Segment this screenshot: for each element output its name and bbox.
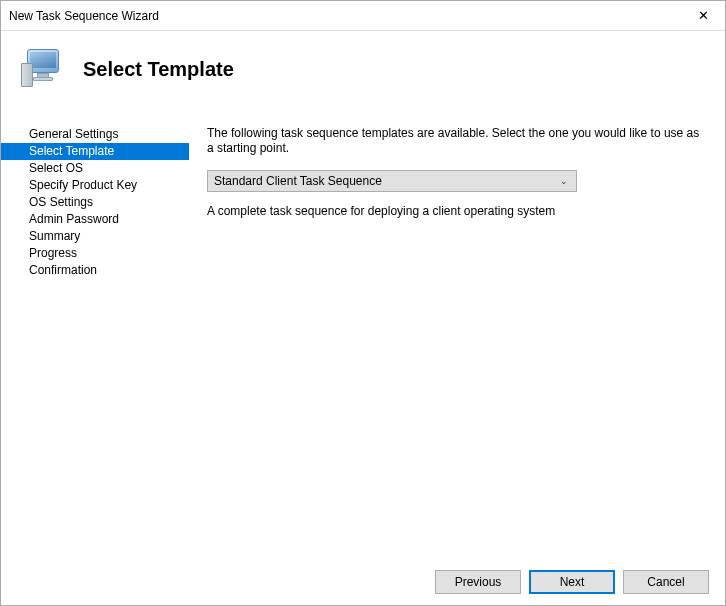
sidebar-item-select-template[interactable]: Select Template [1,143,189,160]
titlebar: New Task Sequence Wizard ✕ [1,1,725,31]
close-button[interactable]: ✕ [681,1,725,30]
computer-icon [21,47,65,91]
dropdown-selected-text: Standard Client Task Sequence [214,174,560,188]
wizard-header: Select Template [1,31,725,105]
sidebar-item-confirmation[interactable]: Confirmation [1,262,189,279]
chevron-down-icon: ⌄ [560,176,568,186]
sidebar-item-os-settings[interactable]: OS Settings [1,194,189,211]
sidebar-item-summary[interactable]: Summary [1,228,189,245]
sidebar-item-progress[interactable]: Progress [1,245,189,262]
content-area: General Settings Select Template Select … [1,105,725,559]
main-panel: The following task sequence templates ar… [189,106,725,559]
page-title: Select Template [83,58,234,81]
template-description: A complete task sequence for deploying a… [207,204,703,219]
wizard-window: New Task Sequence Wizard ✕ Select Templa… [0,0,726,606]
sidebar-item-specify-product-key[interactable]: Specify Product Key [1,177,189,194]
instruction-text: The following task sequence templates ar… [207,126,703,156]
cancel-button[interactable]: Cancel [623,570,709,594]
sidebar-item-select-os[interactable]: Select OS [1,160,189,177]
previous-button[interactable]: Previous [435,570,521,594]
next-button[interactable]: Next [529,570,615,594]
wizard-steps-sidebar: General Settings Select Template Select … [1,106,189,559]
sidebar-item-admin-password[interactable]: Admin Password [1,211,189,228]
template-dropdown[interactable]: Standard Client Task Sequence ⌄ [207,170,577,192]
window-title: New Task Sequence Wizard [9,9,159,23]
sidebar-item-general-settings[interactable]: General Settings [1,126,189,143]
close-icon: ✕ [698,8,709,23]
wizard-footer: Previous Next Cancel [1,559,725,605]
